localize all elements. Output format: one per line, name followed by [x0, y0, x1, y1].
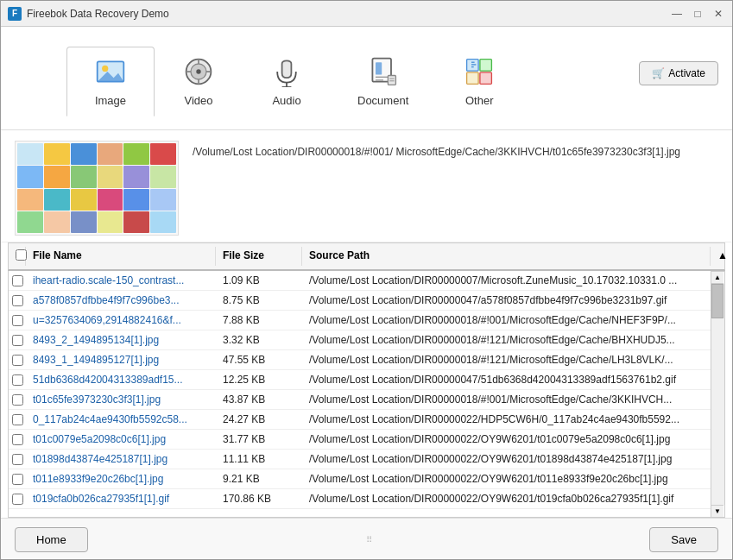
cell-sourcepath: /Volume/Lost Location/DIR00000007/Micros… [302, 271, 711, 290]
row-checkbox[interactable] [12, 295, 23, 306]
save-button[interactable]: Save [649, 527, 718, 552]
video-icon [181, 54, 216, 89]
cell-sourcepath: /Volume/Lost Location/DIR00000018/#!121/… [302, 330, 711, 349]
cell-filename: t01c65fe3973230c3f3[1].jpg [26, 390, 216, 409]
cell-sourcepath: /Volume/Lost Location/DIR00000047/51db63… [302, 370, 711, 389]
table-row[interactable]: 0_117ab24c4ae9430fb5592c58...24.27 KB/Vo… [9, 410, 711, 430]
cell-filesize: 8.75 KB [216, 291, 302, 310]
table-row[interactable]: 8493_2_1494895134[1].jpg3.32 KB/Volume/L… [9, 330, 711, 350]
app-icon: F [8, 7, 22, 21]
bottom-bar: Home ⠿ Save [1, 518, 732, 560]
activate-button[interactable]: 🛒 Activate [639, 61, 718, 85]
title-bar: F Fireebok Data Recovery Demo — □ ✕ [1, 1, 732, 27]
table-row[interactable]: a578f0857dfbbe4f9f7c996be3...8.75 KB/Vol… [9, 291, 711, 311]
scroll-up-arrow[interactable]: ▲ [711, 272, 724, 284]
table-row[interactable]: t01898d43874e425187[1].jpg11.11 KB/Volum… [9, 450, 711, 469]
table-body[interactable]: iheart-radio.scale-150_contrast...1.09 K… [8, 271, 711, 518]
row-checkbox[interactable] [12, 474, 23, 485]
cell-sourcepath: /Volume/Lost Location/DIR00000022/OY9W62… [302, 469, 711, 488]
table-row[interactable]: t01c65fe3973230c3f3[1].jpg43.87 KB/Volum… [9, 390, 711, 410]
resize-handle: ⠿ [366, 535, 372, 544]
table-header: File Name File Size Source Path ▲ [8, 242, 725, 271]
cell-filename: 8493_2_1494895134[1].jpg [26, 330, 216, 349]
row-checkbox[interactable] [12, 394, 23, 406]
table-container: File Name File Size Source Path ▲ iheart… [1, 242, 732, 518]
table-row[interactable]: t01c0079e5a2098c0c6[1].jpg31.77 KB/Volum… [9, 430, 711, 450]
row-checkbox[interactable] [12, 355, 23, 366]
cell-filename: t011e8933f9e20c26bc[1].jpg [26, 469, 216, 488]
cell-filesize: 11.11 KB [216, 450, 302, 469]
cell-sourcepath: /Volume/Lost Location/DIR00000018/#!001/… [302, 390, 711, 409]
cell-filesize: 170.86 KB [216, 489, 302, 508]
header-filename: File Name [26, 247, 216, 266]
row-checkbox[interactable] [12, 315, 23, 326]
tab-image[interactable]: Image [66, 47, 155, 116]
cell-filename: 0_117ab24c4ae9430fb5592c58... [26, 410, 216, 429]
main-content: Image Video [1, 27, 732, 560]
cell-sourcepath: /Volume/Lost Location/DIR00000022/OY9W62… [302, 450, 711, 469]
row-checkbox[interactable] [12, 414, 23, 425]
preview-area: /Volume/Lost Location/DIR00000018/#!001/… [1, 130, 732, 242]
maximize-button[interactable]: □ [691, 7, 705, 21]
cell-filesize: 43.87 KB [216, 390, 302, 409]
nav-tabs: Image Video [15, 47, 718, 116]
svg-point-1 [102, 66, 108, 72]
cell-filename: t019cfa0b026ca27935f1[1].gif [26, 489, 216, 508]
cell-sourcepath: /Volume/Lost Location/DIR00000018/#!121/… [302, 350, 711, 369]
top-nav: Image Video [1, 27, 732, 130]
tab-document[interactable]: Document [331, 47, 435, 116]
row-checkbox[interactable] [12, 374, 23, 386]
svg-rect-22 [480, 72, 492, 85]
cell-filename: t01c0079e5a2098c0c6[1].jpg [26, 430, 216, 449]
tab-video[interactable]: Video [155, 47, 243, 116]
cell-filesize: 47.55 KB [216, 350, 302, 369]
cell-filename: 51db6368d42004313389adf15... [26, 370, 216, 389]
table-row[interactable]: t019cfa0b026ca27935f1[1].gif170.86 KB/Vo… [9, 489, 711, 509]
cell-sourcepath: /Volume/Lost Location/DIR00000022/OY9W62… [302, 489, 711, 508]
cell-filesize: 3.32 KB [216, 330, 302, 349]
svg-rect-13 [376, 62, 382, 74]
close-button[interactable]: ✕ [711, 7, 725, 21]
activate-label: Activate [668, 67, 705, 79]
svg-point-5 [196, 69, 200, 73]
tab-image-label: Image [95, 94, 126, 107]
other-icon [462, 54, 496, 89]
tab-other[interactable]: Other [435, 47, 523, 116]
cell-filesize: 12.25 KB [216, 370, 302, 389]
tab-audio-label: Audio [272, 94, 300, 107]
row-checkbox[interactable] [12, 434, 23, 445]
table-row[interactable]: 51db6368d42004313389adf15...12.25 KB/Vol… [9, 370, 711, 390]
table-row[interactable]: u=3257634069,2914882416&f...7.88 KB/Volu… [9, 311, 711, 330]
vertical-scrollbar[interactable]: ▲ ▼ [711, 271, 725, 518]
scroll-thumb[interactable] [711, 284, 724, 318]
minimize-button[interactable]: — [670, 7, 684, 21]
audio-icon [269, 54, 304, 89]
activate-icon: 🛒 [652, 67, 665, 79]
row-checkbox[interactable] [12, 335, 23, 346]
cell-filename: t01898d43874e425187[1].jpg [26, 450, 216, 469]
header-filesize: File Size [216, 247, 302, 266]
file-location: /Volume/Lost Location/DIR00000018/#!001/… [193, 141, 680, 231]
scroll-down-arrow[interactable]: ▼ [711, 505, 724, 517]
preview-thumbnail [15, 141, 179, 236]
cell-filename: u=3257634069,2914882416&f... [26, 311, 216, 330]
row-checkbox[interactable] [12, 494, 23, 505]
cell-filename: a578f0857dfbbe4f9f7c996be3... [26, 291, 216, 310]
header-scroll-placeholder: ▲ [711, 247, 724, 266]
tab-document-label: Document [357, 94, 408, 107]
table-row[interactable]: 8493_1_1494895127[1].jpg47.55 KB/Volume/… [9, 350, 711, 370]
scroll-track [711, 284, 724, 505]
table-row[interactable]: iheart-radio.scale-150_contrast...1.09 K… [9, 271, 711, 291]
window-title: Fireebok Data Recovery Demo [27, 8, 670, 20]
home-button[interactable]: Home [15, 527, 88, 552]
image-icon [93, 54, 128, 89]
row-checkbox[interactable] [12, 454, 23, 465]
table-row[interactable]: t011e8933f9e20c26bc[1].jpg9.21 KB/Volume… [9, 469, 711, 489]
header-sourcepath: Source Path [302, 247, 711, 266]
tab-audio[interactable]: Audio [243, 47, 331, 116]
cell-sourcepath: /Volume/Lost Location/DIR00000047/a578f0… [302, 291, 711, 310]
cell-filename: iheart-radio.scale-150_contrast... [26, 271, 216, 290]
row-checkbox[interactable] [12, 275, 23, 286]
tab-other-label: Other [465, 94, 494, 107]
cell-filesize: 24.27 KB [216, 410, 302, 429]
